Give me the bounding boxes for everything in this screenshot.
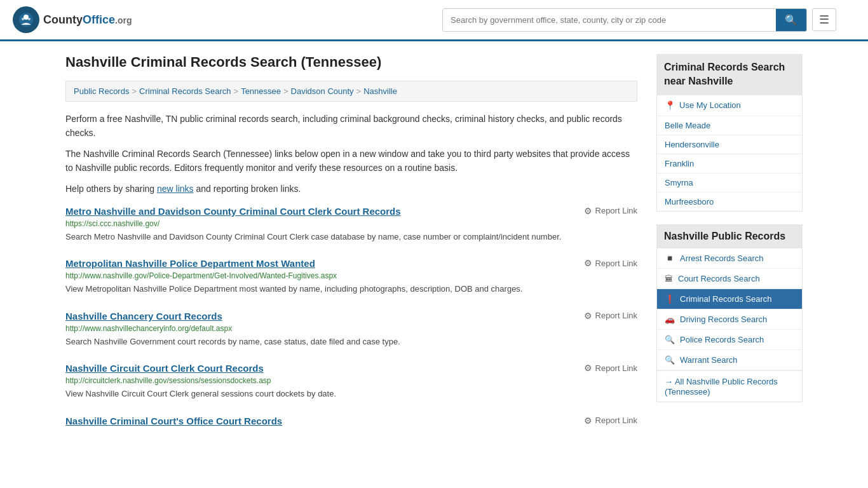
sidebar-public-records-section: Nashville Public Records ◾ Arrest Record…: [656, 224, 803, 402]
report-label-3: Report Link: [595, 311, 637, 320]
result-title-5[interactable]: Nashville Criminal Court's Office Court …: [65, 416, 282, 426]
police-records-icon: 🔍: [665, 335, 675, 344]
report-label-4: Report Link: [595, 363, 637, 373]
report-icon-3: ⚙: [584, 311, 592, 321]
report-label-1: Report Link: [595, 206, 637, 215]
breadcrumb-tennessee[interactable]: Tennessee: [241, 86, 281, 96]
search-bar: 🔍: [442, 8, 807, 32]
content-area: Nashville Criminal Records Search (Tenne…: [65, 54, 637, 442]
description-2: The Nashville Criminal Records Search (T…: [65, 147, 637, 175]
result-desc-2: View Metropolitan Nashville Police Depar…: [65, 283, 637, 295]
report-icon-2: ⚙: [584, 258, 592, 268]
report-link-5[interactable]: ⚙ Report Link: [584, 416, 637, 426]
description-3: Help others by sharing new links and rep…: [65, 182, 637, 196]
report-icon-4: ⚙: [584, 363, 592, 373]
report-link-4[interactable]: ⚙ Report Link: [584, 363, 637, 373]
search-area: 🔍 ☰: [442, 8, 836, 32]
breadcrumb-sep-4: >: [356, 86, 362, 96]
description-3-suffix: and reporting broken links.: [194, 184, 301, 194]
use-location-link[interactable]: Use My Location: [679, 100, 741, 110]
sidebar-use-location[interactable]: 📍 Use My Location: [657, 95, 802, 116]
description-1: Perform a free Nashville, TN public crim…: [65, 112, 637, 140]
result-url-1: https://sci.ccc.nashville.gov/: [65, 219, 637, 228]
result-item: Nashville Chancery Court Records ⚙ Repor…: [65, 311, 637, 348]
result-header: Nashville Circuit Court Clerk Court Reco…: [65, 363, 637, 374]
result-header: Nashville Chancery Court Records ⚙ Repor…: [65, 311, 637, 322]
result-title-4[interactable]: Nashville Circuit Court Clerk Court Reco…: [65, 363, 264, 374]
report-link-3[interactable]: ⚙ Report Link: [584, 311, 637, 321]
report-link-2[interactable]: ⚙ Report Link: [584, 258, 637, 268]
sidebar: Criminal Records Search near Nashville 📍…: [656, 54, 803, 442]
result-desc-1: Search Metro Nashville and Davidson Coun…: [65, 231, 637, 243]
breadcrumb: Public Records > Criminal Records Search…: [65, 81, 637, 102]
logo-icon: [13, 6, 39, 33]
near-item-murfreesboro[interactable]: Murfreesboro: [657, 193, 802, 211]
breadcrumb-nashville[interactable]: Nashville: [363, 86, 397, 96]
sidebar-item-police-records[interactable]: 🔍 Police Records Search: [657, 330, 802, 350]
report-icon-5: ⚙: [584, 416, 592, 426]
results-list: Metro Nashville and Davidson County Crim…: [65, 206, 637, 426]
near-item-franklin[interactable]: Franklin: [657, 154, 802, 173]
report-label-2: Report Link: [595, 259, 637, 268]
breadcrumb-public-records[interactable]: Public Records: [74, 86, 129, 96]
all-records-link[interactable]: → All Nashville Public Records (Tennesse…: [657, 370, 802, 402]
result-title-3[interactable]: Nashville Chancery Court Records: [65, 311, 222, 322]
svg-point-3: [22, 18, 24, 20]
near-list: 📍 Use My Location Belle Meade Hendersonv…: [656, 95, 803, 212]
location-pin-icon: 📍: [665, 100, 675, 111]
result-item: Nashville Circuit Court Clerk Court Reco…: [65, 363, 637, 400]
main-container: Nashville Criminal Records Search (Tenne…: [53, 41, 815, 454]
result-desc-3: Search Nashville Government court record…: [65, 336, 637, 348]
report-link-1[interactable]: ⚙ Report Link: [584, 206, 637, 216]
sidebar-near-title: Criminal Records Search near Nashville: [656, 54, 803, 95]
sidebar-public-records-title: Nashville Public Records: [656, 224, 803, 248]
driving-records-icon: 🚗: [665, 315, 675, 324]
result-url-3: http://www.nashvillechanceryinfo.org/def…: [65, 324, 637, 333]
description-3-prefix: Help others by sharing: [65, 184, 157, 194]
result-header: Metro Nashville and Davidson County Crim…: [65, 206, 637, 217]
warrant-search-icon: 🔍: [665, 355, 675, 365]
result-item: Metropolitan Nashville Police Department…: [65, 258, 637, 295]
sidebar-item-criminal-records[interactable]: ❗ Criminal Records Search: [657, 289, 802, 309]
breadcrumb-sep-2: >: [234, 86, 239, 96]
logo[interactable]: CountyOffice.org: [13, 6, 132, 33]
menu-button[interactable]: ☰: [812, 8, 836, 31]
sidebar-near-section: Criminal Records Search near Nashville 📍…: [656, 54, 803, 212]
result-url-2: http://www.nashville.gov/Police-Departme…: [65, 271, 637, 280]
breadcrumb-sep-1: >: [132, 86, 137, 96]
sidebar-public-records-list: ◾ Arrest Records Search 🏛 Court Records …: [656, 248, 803, 402]
result-header: Nashville Criminal Court's Office Court …: [65, 416, 637, 426]
result-header: Metropolitan Nashville Police Department…: [65, 258, 637, 269]
site-header: CountyOffice.org 🔍 ☰: [0, 0, 868, 41]
result-url-4: http://circuitclerk.nashville.gov/sessio…: [65, 376, 637, 385]
result-item: Nashville Criminal Court's Office Court …: [65, 416, 637, 426]
sidebar-item-court-records[interactable]: 🏛 Court Records Search: [657, 269, 802, 289]
search-input[interactable]: [443, 9, 776, 31]
sidebar-item-arrest-records[interactable]: ◾ Arrest Records Search: [657, 248, 802, 269]
svg-point-2: [24, 15, 29, 20]
result-desc-4: View Nashville Circuit Court Clerk gener…: [65, 388, 637, 400]
new-links-link[interactable]: new links: [157, 184, 194, 194]
near-item-belle-meade[interactable]: Belle Meade: [657, 116, 802, 135]
breadcrumb-davidson[interactable]: Davidson County: [291, 86, 354, 96]
breadcrumb-sep-3: >: [283, 86, 288, 96]
report-icon-1: ⚙: [584, 206, 592, 216]
near-item-smyrna[interactable]: Smyrna: [657, 173, 802, 193]
near-item-hendersonville[interactable]: Hendersonville: [657, 135, 802, 154]
page-title: Nashville Criminal Records Search (Tenne…: [65, 54, 637, 71]
sidebar-item-driving-records[interactable]: 🚗 Driving Records Search: [657, 309, 802, 330]
result-item: Metro Nashville and Davidson County Crim…: [65, 206, 637, 243]
sidebar-item-warrant-search[interactable]: 🔍 Warrant Search: [657, 350, 802, 370]
result-title-2[interactable]: Metropolitan Nashville Police Department…: [65, 258, 315, 269]
search-button[interactable]: 🔍: [776, 9, 806, 31]
court-records-icon: 🏛: [665, 274, 673, 283]
logo-text: CountyOffice.org: [43, 13, 132, 27]
arrest-records-icon: ◾: [665, 254, 675, 263]
result-title-1[interactable]: Metro Nashville and Davidson County Crim…: [65, 206, 401, 217]
svg-point-4: [28, 18, 31, 20]
criminal-records-icon: ❗: [665, 294, 675, 304]
report-label-5: Report Link: [595, 416, 637, 425]
breadcrumb-criminal-records[interactable]: Criminal Records Search: [139, 86, 231, 96]
